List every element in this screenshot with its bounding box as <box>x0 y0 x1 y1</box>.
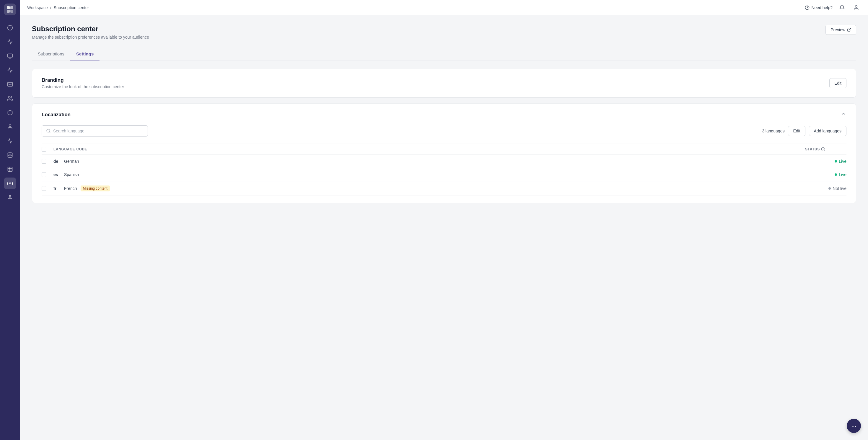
table-header: LANGUAGE CODE STATUS <box>42 144 846 155</box>
svg-rect-0 <box>7 6 10 9</box>
sidebar-item-reports[interactable] <box>4 163 16 175</box>
row-status-de: Live <box>805 159 846 164</box>
row-lang-es: es Spanish <box>54 172 805 177</box>
svg-rect-3 <box>10 10 13 13</box>
sidebar-item-dashboard[interactable] <box>4 22 16 34</box>
svg-line-21 <box>849 28 850 30</box>
localization-toolbar: 3 languages Edit Add languages <box>42 125 846 137</box>
localization-edit-button[interactable]: Edit <box>788 126 805 136</box>
row-check-de <box>42 159 54 164</box>
sidebar-item-contacts[interactable] <box>4 93 16 104</box>
table-row: es Spanish Live <box>42 168 846 181</box>
main-content: Workspace / Subscription center Need hel… <box>20 0 868 440</box>
sidebar-item-database[interactable] <box>4 149 16 161</box>
localization-card: Localization 3 languages Edit Add langua… <box>32 103 856 203</box>
header-status-col: STATUS <box>805 147 846 151</box>
notifications-icon[interactable] <box>837 3 847 12</box>
header-check-col <box>42 147 54 151</box>
row-status-es: Live <box>805 172 846 177</box>
page-content: Subscription center Manage the subscript… <box>20 15 868 440</box>
lang-code-fr: fr <box>54 186 61 191</box>
svg-point-10 <box>9 125 11 127</box>
sidebar-item-products[interactable] <box>4 107 16 119</box>
localization-header[interactable]: Localization <box>32 104 856 125</box>
page-header: Subscription center Manage the subscript… <box>32 25 856 39</box>
select-all-checkbox[interactable] <box>42 147 46 151</box>
lang-code-de: de <box>54 159 61 164</box>
lang-name-fr: French <box>64 186 77 191</box>
svg-point-11 <box>8 153 12 154</box>
dot-live-de <box>835 160 837 163</box>
status-live-de: Live <box>835 159 846 164</box>
breadcrumb-workspace[interactable]: Workspace <box>27 5 48 10</box>
sidebar-item-campaigns[interactable] <box>4 64 16 76</box>
svg-line-23 <box>49 132 50 133</box>
topbar-actions: Need help? <box>805 3 861 12</box>
checkbox-de[interactable] <box>42 159 46 164</box>
branding-card: Branding Customize the look of the subsc… <box>32 69 856 98</box>
sidebar-item-analytics[interactable] <box>4 36 16 48</box>
sidebar-logo[interactable] <box>4 4 16 15</box>
sidebar-item-inbox[interactable] <box>4 78 16 90</box>
missing-content-badge: Missing content <box>81 185 110 192</box>
breadcrumb-separator: / <box>50 5 51 10</box>
localization-title: Localization <box>42 112 70 118</box>
checkbox-fr[interactable] <box>42 186 46 191</box>
add-languages-button[interactable]: Add languages <box>809 126 846 136</box>
row-status-fr: Not live <box>805 186 846 191</box>
tab-settings[interactable]: Settings <box>70 48 99 61</box>
page-title-section: Subscription center Manage the subscript… <box>32 25 149 39</box>
topbar: Workspace / Subscription center Need hel… <box>20 0 868 15</box>
row-check-fr <box>42 186 54 191</box>
search-icon <box>46 129 51 133</box>
table-row: fr French Missing content Not live <box>42 181 846 196</box>
help-icon <box>805 5 810 10</box>
sidebar-item-lab[interactable] <box>4 192 16 203</box>
svg-point-22 <box>46 129 50 132</box>
status-not-live-fr: Not live <box>829 186 846 191</box>
sidebar-item-activity[interactable] <box>4 135 16 147</box>
search-language-input[interactable] <box>53 129 144 133</box>
svg-point-9 <box>8 96 10 99</box>
header-lang-col: LANGUAGE CODE <box>54 147 805 151</box>
need-help-button[interactable]: Need help? <box>805 5 833 10</box>
svg-rect-8 <box>8 82 13 86</box>
dot-not-live-fr <box>829 187 831 190</box>
row-lang-de: de German <box>54 159 805 164</box>
search-language-box[interactable] <box>42 125 148 137</box>
branding-subtitle: Customize the look of the subscription c… <box>42 84 124 89</box>
dot-live-es <box>835 173 837 176</box>
status-info-icon <box>821 147 825 151</box>
lang-code-es: es <box>54 172 61 177</box>
row-check-es <box>42 172 54 177</box>
branding-card-header: Branding Customize the look of the subsc… <box>32 69 856 97</box>
branding-title: Branding <box>42 77 124 83</box>
lang-name-es: Spanish <box>64 172 79 177</box>
branding-edit-button[interactable]: Edit <box>829 78 846 88</box>
chevron-up-icon <box>841 111 846 118</box>
languages-count: 3 languages <box>762 129 784 133</box>
page-subtitle: Manage the subscription preferences avai… <box>32 35 149 39</box>
checkbox-es[interactable] <box>42 172 46 177</box>
external-link-icon <box>847 28 851 32</box>
page-title: Subscription center <box>32 25 149 33</box>
toolbar-right: 3 languages Edit Add languages <box>762 126 846 136</box>
lang-name-de: German <box>64 159 79 164</box>
sidebar-item-settings[interactable] <box>4 177 16 189</box>
language-table: LANGUAGE CODE STATUS <box>42 144 846 196</box>
svg-point-16 <box>9 183 11 184</box>
user-avatar[interactable] <box>851 3 861 12</box>
svg-rect-1 <box>10 6 13 9</box>
sidebar-item-monitor[interactable] <box>4 50 16 62</box>
branding-info: Branding Customize the look of the subsc… <box>42 77 124 89</box>
tab-subscriptions[interactable]: Subscriptions <box>32 48 70 61</box>
preview-button[interactable]: Preview <box>826 25 856 35</box>
table-row: de German Live <box>42 155 846 168</box>
svg-rect-5 <box>8 54 13 58</box>
svg-rect-2 <box>7 10 10 13</box>
row-lang-fr: fr French Missing content <box>54 185 805 192</box>
sidebar <box>0 0 20 440</box>
sidebar-item-profile[interactable] <box>4 121 16 133</box>
localization-body: 3 languages Edit Add languages LANGUAGE … <box>32 125 856 203</box>
more-options-button[interactable]: ··· <box>847 419 861 433</box>
